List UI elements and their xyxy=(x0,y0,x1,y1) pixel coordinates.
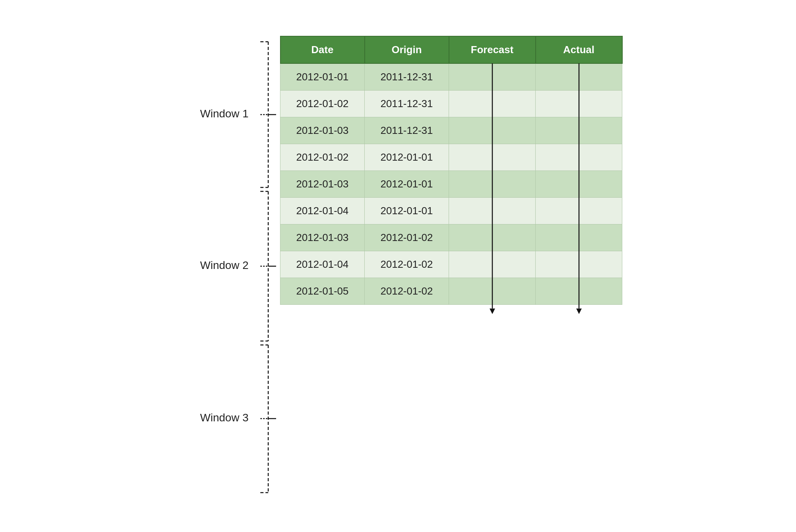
header-forecast: Forecast xyxy=(449,36,536,63)
cell-forecast xyxy=(449,278,536,304)
cell-date: 2012-01-02 xyxy=(280,144,365,171)
table-row: 2012-01-032012-01-02 xyxy=(280,224,622,251)
cell-origin: 2011-12-31 xyxy=(365,90,449,117)
cell-forecast xyxy=(449,90,536,117)
table-row: 2012-01-032012-01-01 xyxy=(280,171,622,197)
cell-forecast xyxy=(449,63,536,91)
svg-marker-18 xyxy=(576,308,582,314)
table-row: 2012-01-042012-01-01 xyxy=(280,197,622,224)
cell-actual xyxy=(536,171,622,197)
cell-forecast xyxy=(449,251,536,278)
cell-date: 2012-01-04 xyxy=(280,197,365,224)
main-table: Date Origin Forecast Actual 2012-01-0120… xyxy=(280,36,623,305)
cell-date: 2012-01-03 xyxy=(280,117,365,144)
cell-origin: 2012-01-02 xyxy=(365,224,449,251)
cell-forecast xyxy=(449,117,536,144)
cell-actual xyxy=(536,278,622,304)
cell-actual xyxy=(536,90,622,117)
page-wrapper: Window 1 Window 2 Window 3 xyxy=(0,0,796,532)
cell-date: 2012-01-05 xyxy=(280,278,365,304)
cell-date: 2012-01-02 xyxy=(280,90,365,117)
cell-actual xyxy=(536,117,622,144)
window2-label: Window 2 xyxy=(200,259,249,271)
cell-origin: 2011-12-31 xyxy=(365,63,449,91)
cell-actual xyxy=(536,63,622,91)
cell-date: 2012-01-04 xyxy=(280,251,365,278)
table-header-row: Date Origin Forecast Actual xyxy=(280,36,622,63)
cell-actual xyxy=(536,197,622,224)
cell-origin: 2012-01-01 xyxy=(365,171,449,197)
header-actual: Actual xyxy=(536,36,622,63)
table-row: 2012-01-032011-12-31 xyxy=(280,117,622,144)
table-row: 2012-01-022012-01-01 xyxy=(280,144,622,171)
cell-actual xyxy=(536,251,622,278)
cell-forecast xyxy=(449,224,536,251)
table-row: 2012-01-052012-01-02 xyxy=(280,278,622,304)
table-container: Date Origin Forecast Actual 2012-01-0120… xyxy=(280,36,623,305)
cell-date: 2012-01-01 xyxy=(280,63,365,91)
header-origin: Origin xyxy=(365,36,449,63)
cell-origin: 2012-01-02 xyxy=(365,251,449,278)
full-layout: Window 1 Window 2 Window 3 xyxy=(174,36,623,497)
brackets-svg: Window 1 Window 2 Window 3 xyxy=(174,36,276,497)
window3-label: Window 3 xyxy=(200,412,249,424)
table-row: 2012-01-042012-01-02 xyxy=(280,251,622,278)
cell-origin: 2012-01-02 xyxy=(365,278,449,304)
cell-origin: 2012-01-01 xyxy=(365,144,449,171)
window-labels-column: Window 1 Window 2 Window 3 xyxy=(174,36,276,497)
table-row: 2012-01-012011-12-31 xyxy=(280,63,622,91)
cell-origin: 2012-01-01 xyxy=(365,197,449,224)
cell-date: 2012-01-03 xyxy=(280,171,365,197)
window1-label: Window 1 xyxy=(200,108,249,120)
header-date: Date xyxy=(280,36,365,63)
cell-date: 2012-01-03 xyxy=(280,224,365,251)
cell-forecast xyxy=(449,171,536,197)
cell-actual xyxy=(536,224,622,251)
cell-actual xyxy=(536,144,622,171)
cell-forecast xyxy=(449,144,536,171)
svg-marker-16 xyxy=(490,308,495,314)
cell-origin: 2011-12-31 xyxy=(365,117,449,144)
table-row: 2012-01-022011-12-31 xyxy=(280,90,622,117)
cell-forecast xyxy=(449,197,536,224)
